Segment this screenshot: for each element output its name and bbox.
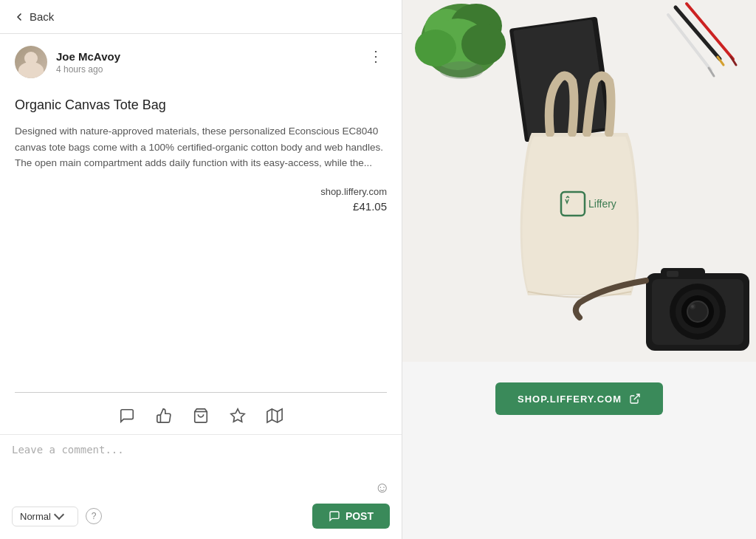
svg-text:Liffery: Liffery	[588, 198, 616, 210]
comment-bottom: Normal ? POST	[12, 499, 390, 532]
right-panel: Liffery	[402, 0, 756, 539]
comment-action-icon[interactable]	[119, 408, 135, 424]
comment-section: ☺ Normal ? POST	[0, 434, 402, 539]
back-label: Back	[30, 10, 54, 23]
post-btn-label: POST	[346, 510, 374, 522]
author-info: Joe McAvoy 4 hours ago	[56, 50, 120, 75]
post-domain: shop.liffery.com	[15, 186, 387, 197]
svg-point-11	[461, 24, 506, 65]
divider	[15, 392, 387, 393]
post-price: £41.05	[15, 200, 387, 213]
post-icon	[329, 510, 340, 522]
chevron-down-icon	[54, 509, 64, 520]
like-action-icon[interactable]	[156, 408, 172, 424]
svg-rect-32	[667, 271, 678, 277]
post-time: 4 hours ago	[56, 64, 120, 75]
svg-marker-1	[231, 409, 244, 422]
bag-action-icon[interactable]	[193, 408, 209, 424]
post-button[interactable]: POST	[312, 504, 390, 529]
post-header: Joe McAvoy 4 hours ago ⋮	[0, 34, 402, 86]
svg-point-30	[691, 305, 694, 308]
comment-tools: ☺	[12, 476, 390, 499]
action-bar	[0, 403, 402, 434]
map-action-icon[interactable]	[267, 408, 283, 424]
avatar	[15, 46, 47, 78]
product-image: Liffery	[402, 0, 756, 362]
back-arrow-icon	[13, 11, 25, 23]
help-button[interactable]: ?	[86, 508, 102, 524]
format-select[interactable]: Normal	[12, 507, 78, 526]
svg-point-10	[415, 30, 456, 66]
comment-input[interactable]	[12, 444, 390, 473]
post-author: Joe McAvoy 4 hours ago	[15, 46, 120, 78]
external-link-icon	[629, 393, 641, 405]
svg-marker-2	[267, 409, 282, 422]
more-options-button[interactable]: ⋮	[365, 46, 387, 66]
emoji-button[interactable]: ☺	[375, 479, 390, 496]
svg-point-12	[439, 61, 484, 79]
svg-line-33	[634, 394, 639, 399]
help-label: ?	[92, 511, 97, 521]
format-label: Normal	[20, 511, 51, 522]
product-visual: Liffery	[402, 0, 756, 362]
post-content: Organic Canvas Tote Bag Designed with na…	[0, 86, 402, 392]
bookmark-action-icon[interactable]	[230, 408, 246, 424]
author-name: Joe McAvoy	[56, 50, 120, 63]
shop-button[interactable]: SHOP.LIFFERY.COM	[495, 382, 663, 415]
back-button[interactable]: Back	[0, 0, 402, 34]
left-panel: Back Joe McAvoy 4 hours ago ⋮ Organic Ca…	[0, 0, 402, 539]
post-title: Organic Canvas Tote Bag	[15, 97, 387, 113]
post-description: Designed with nature-approved materials,…	[15, 123, 387, 171]
shop-btn-label: SHOP.LIFFERY.COM	[518, 394, 622, 405]
